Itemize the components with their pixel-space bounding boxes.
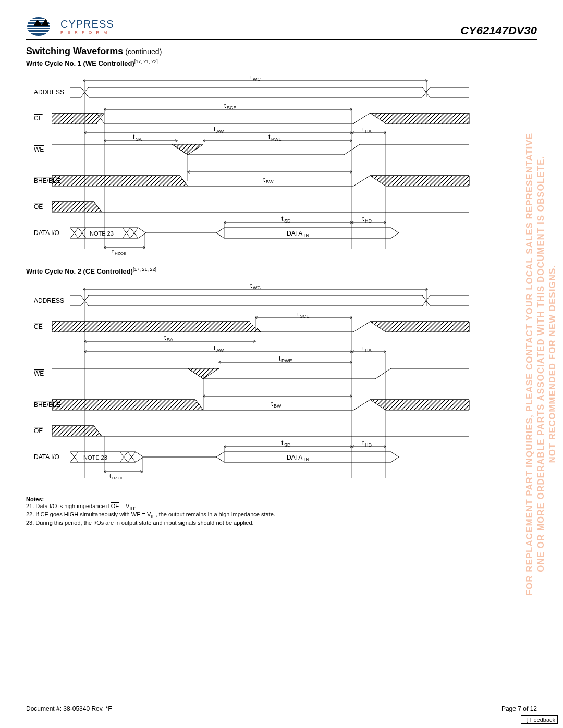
svg-text:HA: HA (365, 348, 372, 353)
timing-diagram-2: tWC ADDRESS tSCE CE tSA tAW tHA tPWE WE … (31, 280, 537, 490)
cypress-logo: CYPRESS P E R F O R M (26, 16, 114, 38)
svg-text:t: t (362, 344, 364, 352)
cypress-logo-icon (26, 16, 57, 38)
svg-text:t: t (297, 311, 299, 318)
svg-text:t: t (282, 215, 284, 223)
svg-text:HA: HA (365, 129, 372, 134)
svg-text:AW: AW (216, 348, 224, 353)
feedback-button[interactable]: +] Feedback (521, 715, 558, 724)
svg-rect-6 (27, 32, 50, 33)
svg-text:PWE: PWE (282, 358, 292, 363)
svg-text:IN: IN (304, 457, 309, 462)
svg-text:PWE: PWE (271, 137, 282, 142)
document-number: Document #: 38-05340 Rev. *F (26, 705, 112, 712)
svg-text:SA: SA (167, 337, 173, 342)
svg-rect-1 (27, 19, 50, 20)
svg-text:t: t (362, 439, 364, 447)
svg-text:HZOE: HZOE (115, 251, 126, 256)
page-footer: Document #: 38-05340 Rev. *F Page 7 of 1… (26, 705, 537, 712)
svg-text:NOTE 23: NOTE 23 (90, 230, 114, 237)
svg-text:BW: BW (266, 179, 274, 184)
svg-text:SD: SD (284, 442, 291, 448)
svg-rect-4 (27, 27, 50, 28)
svg-text:SD: SD (284, 218, 291, 224)
svg-text:HD: HD (365, 218, 372, 224)
svg-text:ADDRESS: ADDRESS (34, 89, 64, 96)
diagram2-title: Write Cycle No. 2 (CE Controlled)[17, 21… (26, 267, 537, 275)
svg-text:t: t (250, 73, 252, 81)
svg-text:OE: OE (34, 203, 43, 211)
svg-text:WC: WC (253, 77, 261, 82)
svg-text:t: t (362, 215, 364, 223)
svg-text:t: t (250, 282, 252, 289)
page-number: Page 7 of 12 (501, 705, 537, 712)
svg-text:t: t (224, 102, 226, 109)
svg-text:DATA I/O: DATA I/O (34, 229, 59, 237)
svg-text:NOTE 23: NOTE 23 (83, 454, 107, 461)
svg-text:t: t (133, 133, 135, 141)
svg-text:SA: SA (136, 137, 142, 142)
timing-diagram-1: tWC ADDRESS CE tSCE tAW tHA WE tSA tPWE … (31, 71, 537, 261)
logo-text: CYPRESS (60, 18, 114, 30)
section-title: Switching Waveforms (continued) (26, 46, 537, 57)
svg-text:BW: BW (274, 403, 282, 409)
svg-text:OE: OE (34, 427, 43, 435)
notes-heading: Notes: (26, 496, 537, 502)
svg-text:ADDRESS: ADDRESS (34, 297, 64, 304)
diagram1-title: Write Cycle No. 1 (WE Controlled)[17, 21… (26, 59, 537, 67)
svg-text:t: t (112, 248, 114, 254)
svg-text:CE: CE (34, 115, 43, 122)
svg-text:WC: WC (253, 285, 261, 290)
svg-rect-5 (27, 29, 50, 30)
svg-text:WE: WE (34, 146, 44, 153)
svg-text:WE: WE (34, 370, 44, 377)
svg-text:t: t (271, 400, 273, 408)
svg-text:t: t (282, 439, 284, 447)
svg-text:SCE: SCE (300, 314, 310, 319)
svg-text:t: t (214, 344, 216, 352)
svg-text:t: t (164, 334, 166, 341)
logo-subtitle: P E R F O R M (60, 30, 114, 35)
notes-block: Notes: 21. Data I/O is high impedance if… (26, 496, 537, 526)
svg-text:t: t (214, 126, 216, 133)
part-number: CY62147DV30 (460, 24, 537, 38)
note-23: 23. During this period, the I/Os are in … (26, 520, 537, 526)
svg-text:DATA: DATA (287, 230, 302, 237)
svg-text:t: t (109, 473, 111, 479)
svg-text:CE: CE (34, 323, 43, 330)
svg-text:AW: AW (216, 129, 224, 134)
svg-text:SCE: SCE (227, 105, 237, 110)
svg-text:t: t (268, 133, 271, 141)
svg-text:t: t (362, 126, 364, 133)
note-21: 21. Data I/O is high impedance if OE = V… (26, 503, 537, 511)
svg-text:DATA  I/O: DATA I/O (34, 453, 59, 461)
svg-text:t: t (263, 176, 265, 183)
svg-text:HZOE: HZOE (112, 476, 124, 480)
page-header: CYPRESS P E R F O R M CY62147DV30 (26, 16, 537, 40)
svg-text:HD: HD (365, 442, 372, 448)
svg-text:t: t (279, 355, 281, 362)
svg-text:DATA: DATA (287, 454, 302, 461)
note-22: 22. If CE goes HIGH simultaneously with … (26, 511, 537, 519)
svg-text:IN: IN (304, 233, 309, 238)
